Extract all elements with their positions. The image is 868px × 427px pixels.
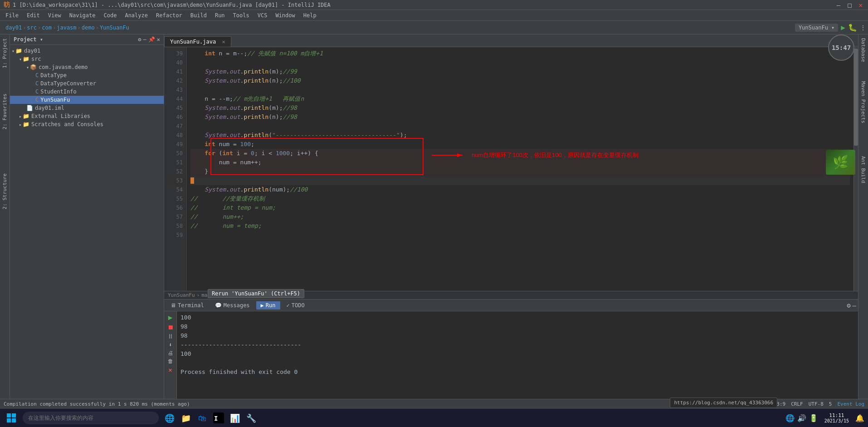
code-line-58: // num = temp; xyxy=(190,221,850,231)
code-line-52: } xyxy=(190,167,850,176)
menu-tools[interactable]: Tools xyxy=(229,11,253,20)
tree-external-libs[interactable]: ▸ 📁 External Libraries xyxy=(10,112,164,120)
more-run-options[interactable]: ⋮ xyxy=(860,24,866,31)
editor-tab-yunsuanfu[interactable]: YunSuanFu.java ✕ xyxy=(164,36,231,47)
breadcrumb-day01[interactable]: day01 xyxy=(5,25,22,31)
terminal-icon: 🖥 xyxy=(171,302,176,309)
linenum-43: 43 xyxy=(164,85,186,94)
indent-status[interactable]: 5 xyxy=(829,401,832,407)
breadcrumb-src[interactable]: src xyxy=(27,25,37,31)
tab-terminal[interactable]: 🖥 Terminal xyxy=(166,301,209,309)
tab-todo[interactable]: ✓ TODO xyxy=(282,301,309,309)
tree-scratches[interactable]: ▸ 📁 Scratches and Consoles xyxy=(10,120,164,128)
taskbar-search-input[interactable] xyxy=(23,412,159,424)
settings-icon[interactable]: ⚙ xyxy=(847,302,850,309)
run-icon: ▶ xyxy=(261,302,264,309)
maximize-button[interactable]: □ xyxy=(846,1,853,9)
event-log[interactable]: Event Log xyxy=(837,401,864,407)
menu-code[interactable]: Code xyxy=(100,11,121,20)
encoding-status[interactable]: UTF-8 xyxy=(809,401,824,407)
tree-label-studentinfo: StudentInfo xyxy=(40,88,76,95)
folder-icon-src: 📁 xyxy=(23,56,29,62)
taskbar-app-idea[interactable]: I xyxy=(211,411,226,425)
project-close-icon[interactable]: ✕ xyxy=(157,36,160,43)
menu-build[interactable]: Build xyxy=(187,11,210,20)
close-tab-icon[interactable]: ✕ xyxy=(222,39,225,45)
right-tab-database[interactable]: Database xyxy=(859,36,867,64)
menu-analyze[interactable]: Analyze xyxy=(121,11,151,20)
tree-day01[interactable]: ▾ 📁 day01 xyxy=(10,47,164,55)
code-line-41: System.out.println(m);//99 xyxy=(190,67,850,76)
menu-help[interactable]: Help xyxy=(300,11,320,20)
breadcrumb-yunsuan[interactable]: YunSuanFu xyxy=(100,25,129,31)
crlf-status[interactable]: CRLF xyxy=(791,401,803,407)
breadcrumb-javasm[interactable]: javasm xyxy=(57,25,76,31)
scroll-end-icon[interactable]: ⬇ xyxy=(169,342,172,348)
tray-battery-icon: 🔋 xyxy=(809,414,818,422)
tree-datatype[interactable]: C DataType xyxy=(10,71,164,79)
tree-arrow-day01: ▾ xyxy=(12,49,15,54)
folder-icon-scratches: 📁 xyxy=(23,121,29,128)
project-pin-icon[interactable]: 📌 xyxy=(148,36,155,43)
debug-button[interactable]: 🐛 xyxy=(848,23,857,32)
breadcrumb-sep3: › xyxy=(53,25,56,31)
right-tab-antbuild[interactable]: Ant Build xyxy=(859,154,867,185)
menu-window[interactable]: Window xyxy=(272,11,298,20)
notification-icon[interactable]: 🔔 xyxy=(855,414,864,422)
console-line-6 xyxy=(180,358,854,368)
menu-navigate[interactable]: Navigate xyxy=(66,11,99,20)
code-line-56: // int temp = num; xyxy=(190,203,850,212)
code-line-43 xyxy=(190,85,850,94)
console-left-toolbar: ▶ ⏹ ⏸ ⬇ 🖨 🗑 ✕ xyxy=(164,311,177,399)
menu-vcs[interactable]: VCS xyxy=(254,11,271,20)
menu-view[interactable]: View xyxy=(44,11,65,20)
left-strip-project[interactable]: 1: Project xyxy=(0,34,10,72)
menu-refactor[interactable]: Refactor xyxy=(152,11,186,20)
project-collapse-icon[interactable]: – xyxy=(143,36,146,43)
project-settings-icon[interactable]: ⚙ xyxy=(138,36,141,43)
code-line-55: // //变量缓存机制 xyxy=(190,194,850,203)
menu-file[interactable]: File xyxy=(2,11,22,20)
taskbar-app-store[interactable]: 🛍 xyxy=(195,411,210,425)
code-line-59 xyxy=(190,231,850,240)
minimize-button[interactable]: — xyxy=(835,1,842,9)
tree-package[interactable]: ▾ 📦 com.javasm.demo xyxy=(10,63,164,71)
print-icon[interactable]: 🖨 xyxy=(168,350,173,356)
left-strip-structure[interactable]: 2: Structure xyxy=(0,170,10,213)
close-button[interactable]: ✕ xyxy=(857,1,864,9)
menu-edit[interactable]: Edit xyxy=(23,11,44,20)
linenum-42: 42 xyxy=(164,76,186,85)
run-config-selector[interactable]: YunSuanFu ▾ xyxy=(795,24,838,32)
tab-messages[interactable]: 💬 Messages xyxy=(210,301,254,309)
tab-run[interactable]: ▶ Run xyxy=(256,301,280,309)
start-button[interactable] xyxy=(0,409,23,427)
linenum-41: 41 xyxy=(164,67,186,76)
tree-studentinfo[interactable]: C StudentInfo xyxy=(10,88,164,96)
minimize-bottom-icon[interactable]: – xyxy=(853,302,856,309)
code-line-48: System.out.println("--------------------… xyxy=(190,131,850,140)
taskbar-app-extra1[interactable]: 📊 xyxy=(228,411,242,425)
taskbar-app-folder[interactable]: 📁 xyxy=(179,411,193,425)
linenum-51: 51 xyxy=(164,158,186,167)
stop-icon[interactable]: ⏹ xyxy=(167,324,174,331)
run-button[interactable]: ▶ xyxy=(841,23,845,32)
left-strip-favorites[interactable]: 2: Favorites xyxy=(0,90,10,133)
right-tab-maven[interactable]: Maven Projects xyxy=(859,79,867,125)
console-line-7: Process finished with exit code 0 xyxy=(180,368,854,377)
tree-day01iml[interactable]: 📄 day01.iml xyxy=(10,104,164,112)
tab-todo-label: TODO xyxy=(292,302,305,309)
menu-run[interactable]: Run xyxy=(211,11,229,20)
taskbar-app-edge[interactable]: 🌐 xyxy=(162,411,177,425)
rerun-icon[interactable]: ▶ xyxy=(168,313,173,322)
breadcrumb-com[interactable]: com xyxy=(42,25,52,31)
close-run-icon[interactable]: ✕ xyxy=(168,366,172,373)
clear-icon[interactable]: 🗑 xyxy=(168,358,173,364)
tree-src[interactable]: ▾ 📁 src xyxy=(10,55,164,63)
tree-datatypeconverter[interactable]: C DataTypeConverter xyxy=(10,79,164,88)
code-editor[interactable]: 39 40 41 42 43 44 45 46 47 48 49 50 51 5… xyxy=(164,47,858,291)
taskbar-app-extra2[interactable]: 🔧 xyxy=(244,411,258,425)
code-content[interactable]: int n = m--;// 先赋值 n=100 m自增+1 System.ou… xyxy=(187,47,853,291)
breadcrumb-sep1: › xyxy=(23,25,26,31)
breadcrumb-demo[interactable]: demo xyxy=(82,25,95,31)
tree-yunsuanfu[interactable]: C YunSuanFu xyxy=(10,96,164,104)
